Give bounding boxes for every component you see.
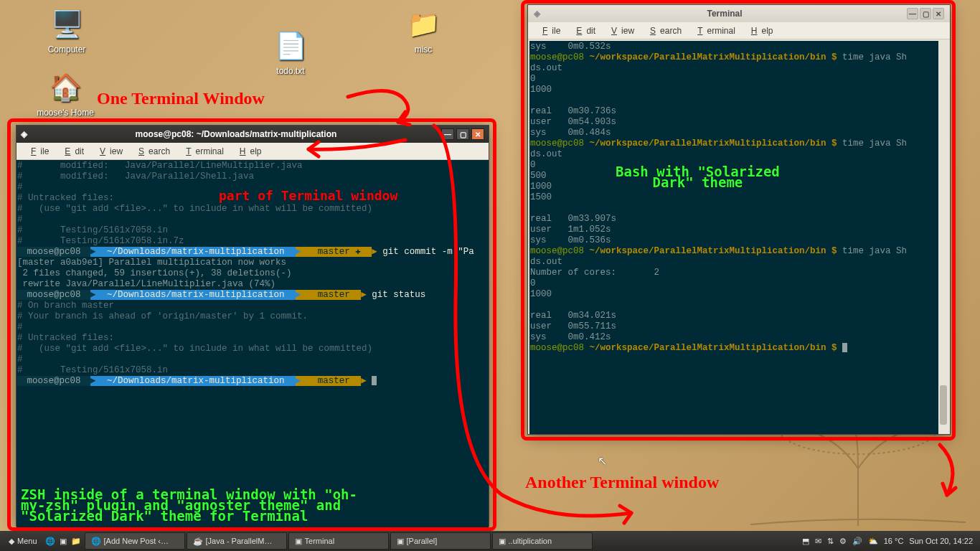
panel-menu-label: Menu [17,537,37,545]
terminal-line: user 1m1.052s [530,225,948,235]
annotation-part-of: part of Terminal window [219,188,397,203]
cursor [842,343,847,352]
maximize-button[interactable]: ▢ [920,8,931,19]
task-label: Terminal [305,537,335,545]
home-icon: 🏠 [48,70,83,105]
weather-icon[interactable]: ⛅ [868,537,878,546]
desktop-icon-todo[interactable]: 📄 todo.txt [265,29,316,76]
app-icon: 🌐 [91,537,101,546]
task-label: [Java - ParallelM… [206,537,273,545]
taskbar-item[interactable]: ▣Terminal [288,532,389,550]
desktop-icon-label: moose's Home [33,108,98,118]
terminal-line [530,95,948,106]
minimize-button[interactable]: — [907,8,918,19]
menu-file[interactable]: File [22,145,53,158]
panel-menu-button[interactable]: ◆ Menu [3,532,43,550]
terminal-line: real 0m30.736s [530,106,948,117]
titlebar[interactable]: ◈ moose@pc08: ~/Downloads/matrix-multipl… [17,126,489,143]
network-icon[interactable]: ⇅ [827,537,834,546]
terminal-line: ds.out [530,257,948,268]
titlebar[interactable]: ◈ Terminal — ▢ ✕ [528,5,950,22]
appmenu-icon[interactable]: ◈ [21,129,31,139]
scrollbar[interactable] [938,41,948,434]
panel-launcher-files[interactable]: 📁 [69,532,83,550]
terminal-window-right[interactable]: ◈ Terminal — ▢ ✕ File Edit View Search T… [527,4,951,435]
prompt-line: moose@pc08 ▶ ~/Downloads/matrix-multipli… [17,247,488,258]
menu-file[interactable]: File [534,24,565,37]
taskbar-item[interactable]: ☕[Java - ParallelM… [187,532,287,550]
prompt-line: moose@pc08 ▶ ~/Downloads/matrix-multipli… [17,376,488,387]
textfile-icon: 📄 [273,29,308,63]
menu-edit[interactable]: Edit [567,24,600,37]
menu-view[interactable]: View [91,145,127,158]
tray-icon[interactable]: ⬒ [802,537,809,546]
desktop-icon-home[interactable]: 🏠 moose's Home [33,70,98,118]
menu-help[interactable]: Help [743,24,778,37]
menu-search[interactable]: Search [130,145,174,158]
menu-terminal[interactable]: Terminal [689,24,740,37]
app-icon: ☕ [193,537,203,546]
terminal-line [530,300,948,311]
menu-terminal[interactable]: Terminal [177,145,228,158]
annotation-bash: Bash with "Solarized Dark" theme [616,166,780,188]
close-button[interactable]: ✕ [471,128,484,140]
terminal-content[interactable]: # modified: Java/Parallel/LineMultiplier… [17,160,489,527]
terminal-line: ds.out [530,149,948,160]
mouse-cursor-icon: ↖ [598,454,607,468]
terminal-line: user 0m54.903s [530,117,948,128]
computer-icon: 🖥️ [50,7,84,42]
terminal-line: # modified: Java/Parallel/LineMultiplier… [17,161,488,171]
panel-launcher-terminal[interactable]: ▣ [57,532,69,550]
panel-launcher-chrome[interactable]: 🌐 [43,532,57,550]
terminal-line: # On branch master [17,301,488,311]
taskbar-item[interactable]: ▣[Parallel] [390,532,491,550]
clock-text[interactable]: Sun Oct 20, 14:22 [909,537,973,545]
terminal-line: # Untracked files: [17,333,488,344]
terminal-icon: ▣ [60,537,67,546]
menu-edit[interactable]: Edit [56,145,88,158]
terminal-line: sys 0m0.536s [530,235,948,246]
terminal-line: # Testing/5161x7058.in [17,225,488,236]
terminal-line: 0 [530,278,948,289]
volume-icon[interactable]: 🔊 [852,537,862,546]
terminal-line: 1500 [530,192,948,203]
weather-text[interactable]: 16 °C [884,537,904,545]
taskbar-item[interactable]: ▣..ultiplication [492,532,593,550]
terminal-content[interactable]: sys 0m0.532s moose@pc08 ~/workspace/Para… [529,41,948,434]
menubar: File Edit View Search Terminal Help [528,22,950,39]
close-button[interactable]: ✕ [933,8,944,19]
desktop-icon-misc[interactable]: 📁 misc [398,7,448,55]
maximize-button[interactable]: ▢ [456,128,469,140]
terminal-line: real 0m33.907s [530,214,948,225]
task-label: ..ultiplication [509,537,552,545]
appmenu-icon[interactable]: ◈ [534,9,544,19]
taskbar-item[interactable]: 🌐[Add New Post ‹… [85,532,185,550]
terminal-line: # [17,354,488,365]
menu-icon: ◆ [9,537,14,546]
menu-search[interactable]: Search [641,24,686,37]
terminal-line: # Testing/5161x7058.in [17,365,488,376]
terminal-line: # Testing/5161x7058.in.7z [17,236,488,247]
app-icon: ▣ [295,537,302,546]
terminal-window-left[interactable]: ◈ moose@pc08: ~/Downloads/matrix-multipl… [16,125,489,527]
minimize-button[interactable]: — [441,128,454,140]
annotation-zsh: ZSH inside of a terminal window with "oh… [21,489,357,522]
prompt-line: moose@pc08 ~/workspace/ParallelMatrixMul… [530,246,948,257]
terminal-line: user 0m55.711s [530,321,948,332]
menu-view[interactable]: View [603,24,639,37]
menubar: File Edit View Search Terminal Help [17,143,489,160]
terminal-line: 2 files changed, 59 insertions(+), 38 de… [17,268,488,279]
prompt-line: moose@pc08 ~/workspace/ParallelMatrixMul… [530,138,948,149]
terminal-line: # (use "git add <file>..." to include in… [17,344,488,354]
files-icon: 📁 [71,537,81,546]
terminal-line: Number of cores: 2 [530,268,948,278]
tray-icon[interactable]: ⚙ [839,537,847,546]
terminal-line: sys 0m0.484s [530,128,948,138]
desktop-icon-computer[interactable]: 🖥️ Computer [42,7,92,55]
desktop-icon-label: misc [398,44,448,55]
terminal-line: # (use "git add <file>..." to include in… [17,204,488,215]
terminal-line: [master a0ab9e1] Parallel multiplication… [17,258,488,268]
tray-icon[interactable]: ✉ [815,537,821,546]
menu-help[interactable]: Help [231,145,266,158]
system-tray: ⬒ ✉ ⇅ ⚙ 🔊 ⛅ 16 °C Sun Oct 20, 14:22 [798,537,977,546]
